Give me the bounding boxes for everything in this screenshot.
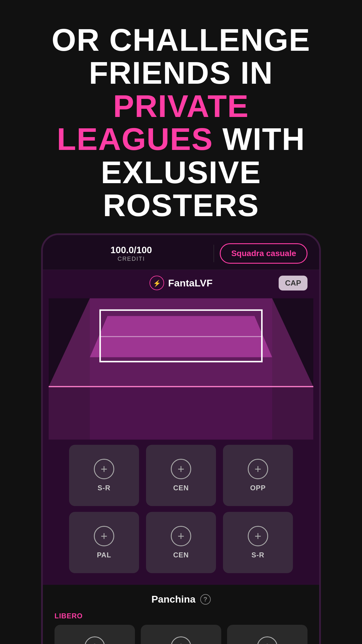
brand-logo: ⚡ FantaLVF (150, 276, 212, 290)
add-icon-lib: + (85, 636, 105, 644)
panchina-section: Panchina ? LIBERO + LIB + PAL + CEN (43, 585, 319, 644)
panchina-title: Panchina (151, 594, 195, 605)
court-svg (49, 296, 313, 442)
header-line3-pink: LEAGUES (57, 121, 213, 157)
add-icon-sr-1: + (94, 459, 114, 479)
bench-slot-cen[interactable]: + CEN (227, 625, 307, 644)
brand-bar: ⚡ FantaLVF CAP (43, 270, 319, 296)
slot-label-cen-1: CEN (173, 484, 189, 492)
fantalvf-logo-icon: ⚡ (150, 276, 164, 290)
add-icon-pal-1: + (94, 526, 114, 546)
libero-label: LIBERO (55, 612, 307, 620)
slot-label-sr-1: S-R (98, 484, 110, 492)
cap-badge[interactable]: CAP (279, 276, 307, 290)
header-line4: EXLUSIVE ROSTERS (101, 155, 261, 223)
bench-slot-lib[interactable]: + LIB (55, 625, 135, 644)
add-icon-pal-bench: + (171, 636, 191, 644)
add-icon-cen-1: + (171, 459, 191, 479)
slot-opp-1[interactable]: + OPP (223, 445, 293, 506)
bench-slots: + LIB + PAL + CEN (55, 625, 307, 644)
header-line2-white: FRIENDS IN (89, 55, 273, 90)
brand-name: FantaLVF (168, 277, 212, 289)
svg-text:⚡: ⚡ (153, 279, 161, 287)
slot-label-cen-2: CEN (173, 551, 189, 559)
slots-row-2: + PAL + CEN + S-R (57, 512, 305, 573)
court-area: + S-R + CEN + OPP + PAL + (43, 296, 319, 585)
volleyball-court (49, 296, 313, 442)
add-icon-sr-2: + (248, 526, 268, 546)
slot-cen-1[interactable]: + CEN (146, 445, 216, 506)
add-icon-opp-1: + (248, 459, 268, 479)
slot-sr-1[interactable]: + S-R (69, 445, 139, 506)
info-icon[interactable]: ? (200, 594, 211, 605)
slot-label-sr-2: S-R (252, 551, 264, 559)
phone-mockup: 100.0/100 CREDITI Squadra casuale ⚡ Fant… (41, 233, 321, 644)
bench-slot-pal[interactable]: + PAL (141, 625, 221, 644)
credits-amount: 100.0/100 (55, 245, 208, 256)
phone-header: 100.0/100 CREDITI Squadra casuale (43, 235, 319, 270)
slot-cen-2[interactable]: + CEN (146, 512, 216, 573)
panchina-header: Panchina ? (55, 594, 307, 605)
slots-container: + S-R + CEN + OPP + PAL + (49, 445, 313, 573)
slots-row-1: + S-R + CEN + OPP (57, 445, 305, 506)
header-line1: OR CHALLENGE (52, 22, 310, 57)
slot-sr-2[interactable]: + S-R (223, 512, 293, 573)
header-section: OR CHALLENGE FRIENDS IN PRIVATE LEAGUES … (0, 0, 362, 233)
credits-section: 100.0/100 CREDITI (55, 245, 208, 262)
slot-label-pal-1: PAL (97, 551, 111, 559)
header-line2-pink: PRIVATE (113, 88, 249, 124)
add-icon-cen-bench: + (257, 636, 277, 644)
header-line3-white: WITH (213, 121, 305, 157)
add-icon-cen-2: + (171, 526, 191, 546)
credits-label: CREDITI (55, 256, 208, 262)
header-divider (214, 245, 214, 262)
slot-label-opp-1: OPP (250, 484, 266, 492)
svg-marker-9 (49, 387, 313, 440)
slot-pal-1[interactable]: + PAL (69, 512, 139, 573)
squadra-casuale-button[interactable]: Squadra casuale (220, 243, 307, 264)
